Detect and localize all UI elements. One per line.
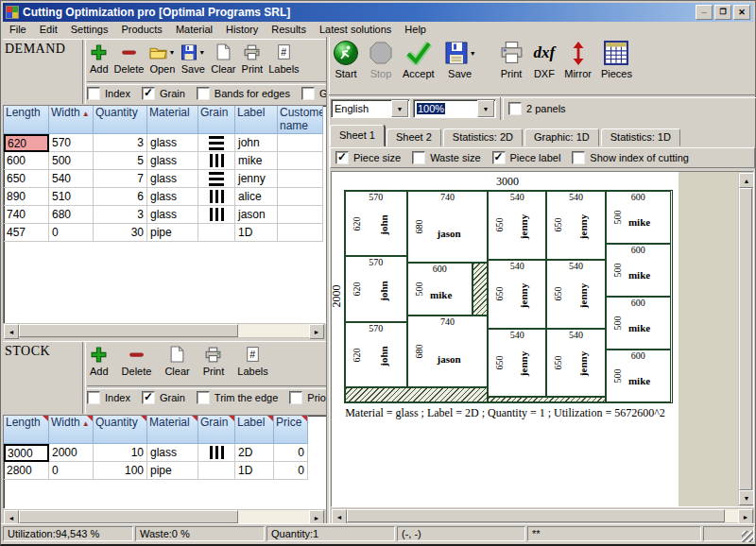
scrollbar-thumb[interactable] xyxy=(739,188,752,490)
cell[interactable]: 500 xyxy=(49,152,94,170)
cell[interactable]: 740 xyxy=(4,206,49,224)
column-header-length[interactable]: Length xyxy=(4,106,49,134)
cell[interactable]: 100 xyxy=(94,462,147,480)
cell[interactable] xyxy=(278,188,323,206)
scrollbar-track[interactable] xyxy=(725,509,738,522)
cell[interactable] xyxy=(278,152,323,170)
cell[interactable]: alice xyxy=(235,188,278,206)
cell[interactable]: 2D xyxy=(235,444,274,462)
tab-sheet-2[interactable]: Sheet 2 xyxy=(387,128,441,146)
cell[interactable]: 0 xyxy=(274,462,308,480)
column-header-width[interactable]: Width xyxy=(49,416,94,444)
cell[interactable]: jenny xyxy=(235,170,278,188)
clear-button[interactable]: Clear xyxy=(162,343,192,378)
checkbox-grain[interactable]: Grain xyxy=(142,87,185,100)
cell[interactable]: 30 xyxy=(94,224,147,242)
cell[interactable] xyxy=(198,134,235,152)
stock-table-hscrollbar[interactable] xyxy=(3,509,325,524)
cell[interactable]: jason xyxy=(235,206,278,224)
column-header-quantity[interactable]: Quantity xyxy=(94,106,147,134)
cell[interactable]: 510 xyxy=(49,188,94,206)
scrollbar-thumb[interactable] xyxy=(19,324,238,337)
checkbox-box[interactable] xyxy=(289,391,302,404)
zoom-combobox[interactable]: 100% ▼ xyxy=(413,99,496,118)
cell[interactable]: 570 xyxy=(49,134,94,152)
menu-item-results[interactable]: Results xyxy=(265,23,313,36)
cell[interactable]: pipe xyxy=(147,224,198,242)
menu-item-settings[interactable]: Settings xyxy=(64,23,115,36)
menu-item-file[interactable]: File xyxy=(3,23,33,36)
clear-button[interactable]: Clear xyxy=(208,41,238,76)
cell[interactable]: glass xyxy=(147,206,198,224)
menu-item-latest-solutions[interactable]: Latest solutions xyxy=(313,23,398,36)
cell[interactable] xyxy=(278,134,323,152)
scroll-up-button[interactable] xyxy=(739,173,754,188)
title-bar[interactable]: Cutting Optimization pro [Optimal Progra… xyxy=(3,3,753,22)
checkbox-box[interactable] xyxy=(87,87,100,100)
cell[interactable]: 1D xyxy=(235,224,278,242)
delete-button[interactable]: Delete xyxy=(112,41,147,76)
checkbox-grinding[interactable]: Grinding xyxy=(301,87,326,100)
checkbox-bands-for-edges[interactable]: Bands for edges xyxy=(197,87,290,100)
stop-button[interactable]: Stop xyxy=(367,38,395,80)
checkbox-waste-size[interactable]: Waste size xyxy=(412,151,480,164)
cell[interactable]: glass xyxy=(147,152,198,170)
cell[interactable]: 3000 xyxy=(4,444,49,462)
checkbox-piece-size[interactable]: Piece size xyxy=(335,151,401,164)
cell[interactable]: glass xyxy=(147,444,198,462)
minimize-button[interactable] xyxy=(696,5,713,20)
cell[interactable]: 6 xyxy=(94,188,147,206)
cutting-canvas[interactable]: 3000 2000 570620john570620john570620john… xyxy=(331,171,754,507)
checkbox-box[interactable] xyxy=(412,151,425,164)
save-button[interactable]: ▼ Save xyxy=(178,41,208,76)
cell[interactable]: 0 xyxy=(49,224,94,242)
checkbox-box[interactable] xyxy=(335,151,349,164)
cell[interactable]: 540 xyxy=(49,170,94,188)
cell[interactable]: pipe xyxy=(147,462,198,480)
scroll-left-button[interactable] xyxy=(4,324,19,339)
cell[interactable]: 0 xyxy=(49,462,94,480)
checkbox-box[interactable] xyxy=(508,102,522,115)
cell[interactable]: 2000 xyxy=(49,444,94,462)
cell[interactable]: john xyxy=(235,134,278,152)
menu-item-material[interactable]: Material xyxy=(169,23,219,36)
cell[interactable]: 890 xyxy=(4,188,49,206)
cell[interactable] xyxy=(198,206,235,224)
cell[interactable]: 2800 xyxy=(4,462,49,480)
dropdown-arrow-icon[interactable]: ▼ xyxy=(168,49,175,56)
checkbox-box[interactable] xyxy=(87,391,100,404)
cell[interactable] xyxy=(278,224,323,242)
cell[interactable]: glass xyxy=(147,170,198,188)
cell[interactable]: 0 xyxy=(274,444,308,462)
cell[interactable]: 600 xyxy=(4,152,49,170)
checkbox-box[interactable] xyxy=(142,87,155,100)
menu-item-products[interactable]: Products xyxy=(114,23,168,36)
menu-item-history[interactable]: History xyxy=(219,23,265,36)
tab-sheet-1[interactable]: Sheet 1 xyxy=(330,125,385,146)
scrollbar-track[interactable] xyxy=(238,510,309,523)
tab-statistics-2d[interactable]: Statistics: 2D xyxy=(443,128,523,146)
cell[interactable]: 620 xyxy=(4,134,49,152)
dropdown-arrow-icon[interactable]: ▼ xyxy=(470,50,476,57)
add-button[interactable]: Add xyxy=(87,41,112,76)
column-header-grain[interactable]: Grain xyxy=(198,106,235,134)
cell[interactable] xyxy=(198,462,235,480)
column-header-material[interactable]: Material xyxy=(147,416,198,444)
print-solution-button[interactable]: Print xyxy=(497,38,526,80)
canvas-vscrollbar[interactable] xyxy=(738,172,753,506)
cell[interactable] xyxy=(278,170,323,188)
column-header-label[interactable]: Label xyxy=(235,106,278,134)
dropdown-arrow-icon[interactable]: ▼ xyxy=(198,49,205,56)
print-button[interactable]: Print xyxy=(200,343,228,378)
cell[interactable]: 1D xyxy=(235,462,274,480)
column-header-label[interactable]: Label xyxy=(235,416,274,444)
resize-grip[interactable] xyxy=(742,531,753,542)
cell[interactable] xyxy=(198,152,235,170)
pieces-button[interactable]: Pieces xyxy=(599,38,634,80)
labels-button[interactable]: # Labels xyxy=(234,343,270,378)
checkbox-box[interactable] xyxy=(197,391,210,404)
menu-item-edit[interactable]: Edit xyxy=(33,23,64,36)
cell[interactable] xyxy=(198,170,235,188)
canvas-hscrollbar[interactable] xyxy=(331,508,754,523)
checkbox-box[interactable] xyxy=(197,87,210,100)
